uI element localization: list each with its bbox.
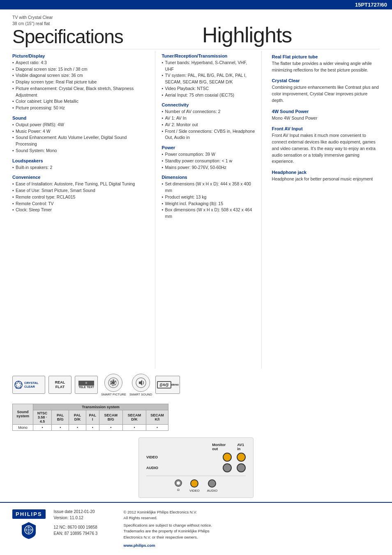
conn-headphone-label: Ω: [177, 488, 180, 492]
spec-title-power: Power: [161, 145, 255, 150]
spec-section-dimensions: Dimensions Set dimensions (W x H x D): 4…: [161, 175, 255, 220]
stereo-box: ((AV)) stereo: [155, 376, 180, 394]
connectivity-diagram: Monitorout AV1in VIDEO AUDIO: [138, 437, 254, 498]
smart-picture-label: SMART PICTURE: [101, 393, 126, 396]
highlight-title-front-av: Front AV Input: [272, 126, 380, 131]
table-dot: •: [99, 424, 122, 430]
highlight-text-headphone: Headphone jack for better personal music…: [272, 176, 380, 183]
spec-section-tuner: Tuner/Reception/Transmission Tuner bands…: [161, 53, 255, 99]
philips-logo: PHILIPS: [12, 509, 46, 539]
table-col-ntsc: NTSC3.58 · 4.5: [33, 410, 52, 424]
footer: PHILIPS Issue date 2012-01-20 Version: 1…: [0, 502, 392, 555]
spec-item: TV system: PAL, PAL B/G, PAL D/K, PAL I,…: [161, 72, 255, 86]
spec-item: Built-in speakers: 2: [12, 164, 147, 171]
highlight-real-flat: Real Flat picture tube The flatter tube …: [272, 54, 380, 74]
spec-title-convenience: Convenience: [12, 175, 147, 180]
issue-date: Issue date 2012-01-20: [54, 509, 115, 514]
table-col-secamKI: SECAM K/I: [146, 410, 168, 424]
spec-item: Power consumption: 39 W: [161, 151, 255, 158]
conn-video-label: VIDEO: [146, 455, 169, 459]
conn-front-video: VIDEO: [189, 479, 200, 493]
spec-section-picture: Picture/Display Aspect ratio: 4:3 Diagon…: [12, 53, 147, 111]
conn-socket-front-audio: [208, 479, 216, 488]
crystal-icon: [13, 380, 24, 389]
spec-section-sound: Sound Output power (RMS): 4W Music Power…: [12, 116, 147, 154]
conn-socket-headphone: [175, 479, 182, 487]
smart-picture-badge: SMART PICTURE: [101, 374, 126, 396]
spec-item: Mains power: 90-276V, 50-60Hz: [161, 164, 255, 171]
conn-socket-audio-monitor: [223, 463, 232, 472]
table-dot: •: [146, 424, 168, 430]
teletext-box: ≡ TELE TEXT: [75, 376, 98, 394]
highlight-front-av: Front AV Input Front AV Input makes it m…: [272, 126, 380, 165]
table-col-palBG: PAL B/G: [52, 410, 69, 424]
conn-audio-row: AUDIO: [146, 463, 246, 472]
crystal-clear-badge: CRYSTALCLEAR: [12, 376, 45, 394]
table-col-secamBG: SECAM B/G: [99, 410, 122, 424]
conn-front-headphone: Ω: [175, 479, 182, 493]
spec-item: AV 1: AV In: [161, 115, 255, 122]
highlight-title-crystal-clear: Crystal Clear: [272, 78, 380, 83]
table-row-label: Mono: [13, 424, 33, 430]
conn-socket-video-av1: [237, 453, 246, 462]
spec-title-sound: Sound: [12, 116, 147, 120]
spec-title-loudspeakers: Loudspeakers: [12, 158, 147, 163]
spec-item: Product weight: 13 kg: [161, 194, 255, 201]
spec-item: AV 2: Monitor out: [161, 122, 255, 128]
icons-row: CRYSTALCLEAR REALFLAT ≡ TELE TEXT: [0, 369, 392, 401]
philips-shield-icon: [21, 521, 37, 539]
conn-monitor-out-label: Monitorout: [212, 443, 226, 451]
spec-item: Aerial Input: 75 ohm coaxial (IEC75): [161, 92, 255, 99]
sound-table-section: Sound system Transmission system NTSC3.5…: [0, 401, 392, 435]
crystal-clear-text: CRYSTALCLEAR: [24, 381, 40, 388]
highlight-title-headphone: Headphone jack: [272, 170, 380, 175]
table-header-transmission: Transmission system: [33, 404, 168, 410]
highlight-sound-power: 4W Sound Power Mono 4W Sound Power: [272, 109, 380, 122]
spec-item: Visible diagonal screen size: 36 cm: [12, 72, 147, 79]
spec-item: Set dimensions (W x H x D): 444 x 358 x …: [161, 181, 255, 194]
smart-picture-circle: [104, 374, 122, 392]
table-col-palI: PAL I: [86, 410, 99, 424]
highlight-title-sound-power: 4W Sound Power: [272, 109, 380, 114]
table-dot: •: [123, 424, 146, 430]
conn-front-audio-label: AUDIO: [207, 489, 217, 493]
spec-section-power: Power Power consumption: 39 W Standby po…: [161, 145, 255, 171]
nc-label: 12 NC: 8670 000 19858: [54, 525, 115, 530]
copyright-text: © 2012 Koninklijke Philips Electronics N…: [124, 509, 380, 521]
model-badge: 15PT1727/60: [0, 0, 392, 9]
conn-header-row: Monitorout AV1in: [146, 443, 246, 451]
smart-sound-circle: [132, 374, 150, 392]
conn-av1-in-label: AV1in: [237, 443, 244, 451]
highlight-headphone: Headphone jack Headphone jack for better…: [272, 170, 380, 183]
spec-item: Aspect ratio: 4:3: [12, 60, 147, 66]
philips-wordmark: PHILIPS: [12, 509, 46, 519]
spec-item: Video Playback: NTSC: [161, 86, 255, 92]
spec-item: Sound System: Mono: [12, 148, 147, 154]
spec-item: Front / Side connections: CVBS in, Headp…: [161, 128, 255, 141]
table-col-palDK: PAL D/K: [69, 410, 86, 424]
spec-item: Standby power consumption: < 1 w: [161, 158, 255, 164]
stereo-badge: ((AV)) stereo: [155, 376, 180, 394]
ean-label: EAN: 87 10895 79476 3: [54, 531, 115, 536]
page-title: Specifications: [12, 26, 190, 47]
table-header-sound: Sound system: [13, 404, 33, 424]
spec-item: Tuner bands: Hyperband, S-Channel, VHF, …: [161, 60, 255, 73]
smart-sound-label: SMART SOUND: [129, 393, 152, 396]
version: Version: 11.0.12: [54, 516, 115, 520]
sound-table: Sound system Transmission system NTSC3.5…: [12, 404, 168, 431]
spec-item: Remote Control: TV: [12, 201, 147, 207]
real-flat-box: REALFLAT: [48, 376, 71, 394]
spec-item: Output power (RMS): 4W: [12, 122, 147, 128]
spec-title-dimensions: Dimensions: [161, 175, 255, 180]
highlights-title: Highlights: [202, 23, 292, 47]
highlight-crystal-clear: Crystal Clear Combining picture enhancem…: [272, 78, 380, 104]
conn-front-audio: AUDIO: [207, 479, 217, 493]
spec-item: Clock: Sleep Timer: [12, 207, 147, 213]
smart-sound-badge: SMART SOUND: [129, 374, 152, 396]
table-dot: •: [52, 424, 69, 430]
spec-title-picture: Picture/Display: [12, 53, 147, 58]
spec-section-connectivity: Connectivity Number of AV connections: 2…: [161, 102, 255, 141]
table-dot: •: [33, 424, 52, 430]
highlight-text-sound-power: Mono 4W Sound Power: [272, 115, 380, 122]
spec-item: Music Power: 4 W: [12, 128, 147, 135]
